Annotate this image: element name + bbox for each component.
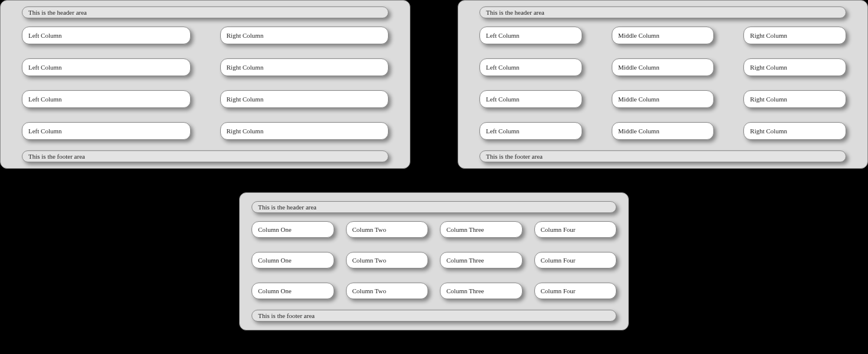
grid-cell: Left Column bbox=[22, 122, 191, 140]
four-column-grid: Column One Column Two Column Three Colum… bbox=[252, 213, 616, 307]
grid-cell: Left Column bbox=[479, 27, 582, 44]
grid-cell: Right Column bbox=[743, 90, 846, 108]
grid-cell: Column Three bbox=[440, 283, 523, 299]
panel-header: This is the header area bbox=[479, 6, 846, 18]
grid-cell: Column Two bbox=[346, 252, 429, 268]
grid-cell: Column One bbox=[252, 283, 334, 299]
grid-cell: Middle Column bbox=[612, 58, 714, 76]
four-column-panel: This is the header area Column One Colum… bbox=[239, 192, 629, 330]
three-column-panel: This is the header area Left Column Midd… bbox=[458, 0, 868, 169]
grid-cell: Middle Column bbox=[612, 122, 714, 140]
grid-cell: Column One bbox=[252, 252, 334, 268]
panel-footer: This is the footer area bbox=[479, 150, 846, 162]
grid-cell: Right Column bbox=[220, 58, 389, 76]
panel-footer: This is the footer area bbox=[252, 310, 616, 322]
grid-cell: Column Two bbox=[346, 283, 429, 299]
two-column-panel: This is the header area Left Column Righ… bbox=[0, 0, 410, 169]
grid-cell: Left Column bbox=[22, 58, 191, 76]
grid-cell: Column Three bbox=[440, 221, 523, 238]
two-column-grid: Left Column Right Column Left Column Rig… bbox=[22, 18, 389, 148]
grid-cell: Right Column bbox=[743, 27, 846, 44]
grid-cell: Column Four bbox=[534, 221, 617, 238]
grid-cell: Right Column bbox=[743, 122, 846, 140]
grid-cell: Middle Column bbox=[612, 90, 714, 108]
grid-cell: Column Four bbox=[534, 283, 617, 299]
grid-cell: Column Two bbox=[346, 221, 429, 238]
grid-cell: Column Three bbox=[440, 252, 523, 268]
grid-cell: Right Column bbox=[220, 27, 389, 44]
grid-cell: Left Column bbox=[479, 122, 582, 140]
three-column-grid: Left Column Middle Column Right Column L… bbox=[479, 18, 846, 148]
panel-header: This is the header area bbox=[252, 201, 616, 213]
grid-cell: Left Column bbox=[22, 90, 191, 108]
panel-footer: This is the footer area bbox=[22, 150, 389, 162]
grid-cell: Right Column bbox=[220, 90, 389, 108]
grid-cell: Left Column bbox=[479, 90, 582, 108]
panel-header: This is the header area bbox=[22, 6, 389, 18]
grid-cell: Column Four bbox=[534, 252, 617, 268]
grid-cell: Column One bbox=[252, 221, 334, 238]
grid-cell: Left Column bbox=[22, 27, 191, 44]
grid-cell: Middle Column bbox=[612, 27, 714, 44]
grid-cell: Left Column bbox=[479, 58, 582, 76]
grid-cell: Right Column bbox=[220, 122, 389, 140]
grid-cell: Right Column bbox=[743, 58, 846, 76]
